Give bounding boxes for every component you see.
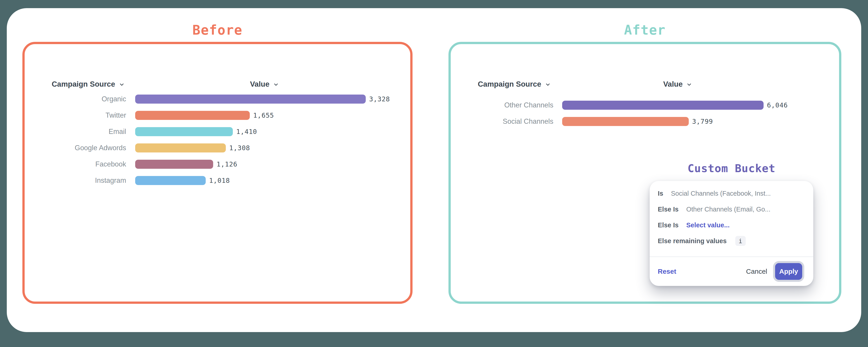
bucket-rule-row[interactable]: Else Is Select value...	[658, 217, 804, 233]
bar-value-label: 6,046	[767, 102, 788, 109]
chevron-down-icon	[545, 82, 551, 88]
bar[interactable]	[562, 117, 689, 126]
after-dimension-header[interactable]: Campaign Source	[478, 80, 551, 88]
chart-row: Other Channels6,046	[451, 97, 838, 113]
bar-value-label: 1,126	[217, 161, 237, 168]
category-label: Instagram	[25, 176, 126, 184]
chevron-down-icon	[119, 82, 125, 88]
category-label: Other Channels	[451, 101, 553, 109]
bar-value-label: 3,328	[369, 95, 390, 103]
bucket-rule-row[interactable]: Is Social Channels (Facebook, Inst...	[658, 185, 804, 201]
bar-value-label: 3,799	[692, 118, 713, 125]
bar-value-label: 1,308	[229, 144, 250, 152]
info-icon[interactable]: i	[735, 236, 746, 246]
cancel-button[interactable]: Cancel	[746, 268, 767, 275]
chevron-down-icon	[686, 82, 692, 88]
bucket-rules-list: Is Social Channels (Facebook, Inst... El…	[650, 181, 813, 249]
apply-button[interactable]: Apply	[775, 263, 802, 280]
custom-bucket-popup: Is Social Channels (Facebook, Inst... El…	[650, 181, 813, 286]
dimension-header-label: Campaign Source	[478, 80, 541, 88]
custom-bucket-title: Custom Bucket	[650, 163, 813, 174]
bar-track: 1,410	[135, 127, 409, 136]
chart-row: Facebook1,126	[25, 156, 409, 172]
before-measure-header[interactable]: Value	[250, 80, 279, 88]
category-label: Google Adwords	[25, 144, 126, 152]
chart-row: Twitter1,655	[25, 107, 409, 123]
bar[interactable]	[135, 143, 226, 152]
apply-button-focus-ring: Apply	[773, 261, 804, 282]
chart-row: Instagram1,018	[25, 172, 409, 189]
bucket-rule-prefix: Is	[658, 190, 663, 197]
chart-row: Organic3,328	[25, 91, 409, 107]
category-label: Email	[25, 127, 126, 136]
bucket-rule-value: Social Channels (Facebook, Inst...	[671, 190, 771, 197]
before-bar-chart: Organic3,328Twitter1,655Email1,410Google…	[25, 91, 409, 189]
chart-row: Email1,410	[25, 123, 409, 140]
bucket-rule-value: Other Channels (Email, Go...	[686, 206, 770, 213]
bar[interactable]	[135, 94, 366, 104]
category-label: Twitter	[25, 111, 126, 119]
after-title: After	[448, 24, 841, 37]
reset-button[interactable]: Reset	[658, 268, 676, 275]
popup-footer: Reset Cancel Apply	[650, 257, 813, 286]
bucket-rule-prefix: Else remaining values	[658, 237, 727, 245]
category-label: Facebook	[25, 160, 126, 168]
bar-value-label: 1,410	[236, 128, 257, 136]
measure-header-label: Value	[663, 80, 683, 88]
after-measure-header[interactable]: Value	[663, 80, 692, 88]
measure-header-label: Value	[250, 80, 270, 88]
after-bar-chart: Other Channels6,046Social Channels3,799	[451, 97, 838, 129]
chart-row: Social Channels3,799	[451, 113, 838, 129]
bucket-rule-row[interactable]: Else remaining values i	[658, 233, 804, 249]
dimension-header-label: Campaign Source	[52, 80, 115, 88]
bar[interactable]	[135, 160, 213, 169]
bucket-rule-prefix: Else Is	[658, 206, 679, 213]
before-dimension-header[interactable]: Campaign Source	[52, 80, 125, 88]
bucket-rule-row[interactable]: Else Is Other Channels (Email, Go...	[658, 201, 804, 217]
bar-track: 3,328	[135, 94, 409, 104]
bar[interactable]	[135, 176, 206, 185]
bar-value-label: 1,655	[253, 112, 274, 119]
bar-track: 3,799	[562, 117, 838, 126]
bucket-rule-prefix: Else Is	[658, 222, 679, 229]
chart-row: Google Adwords1,308	[25, 140, 409, 156]
category-label: Organic	[25, 95, 126, 103]
bar-track: 1,018	[135, 176, 409, 185]
page-background: Before After Campaign Source Value Campa…	[0, 0, 868, 347]
bar[interactable]	[135, 111, 250, 120]
before-title: Before	[22, 24, 412, 37]
bar-track: 1,308	[135, 143, 409, 152]
bucket-rule-value: Select value...	[686, 222, 730, 229]
bar[interactable]	[135, 127, 233, 136]
category-label: Social Channels	[451, 117, 553, 125]
bar-track: 1,655	[135, 111, 409, 120]
bar-track: 6,046	[562, 101, 838, 110]
chevron-down-icon	[273, 82, 279, 88]
bar[interactable]	[562, 101, 764, 110]
bar-track: 1,126	[135, 160, 409, 169]
bar-value-label: 1,018	[209, 177, 230, 184]
